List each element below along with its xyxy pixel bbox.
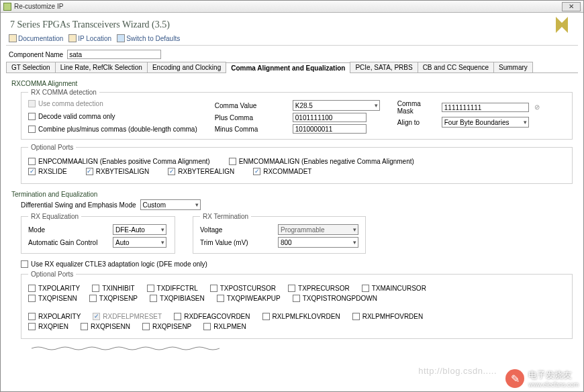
rxpolarity-checkbox[interactable]: RXPOLARITY <box>28 313 81 320</box>
tab-line-rate[interactable]: Line Rate, RefClk Selection <box>55 62 148 72</box>
titlebar: Re-customize IP ✕ <box>1 1 583 13</box>
rxqpisenp-checkbox[interactable]: RXQPISENP <box>142 323 191 330</box>
optional-ports-comma-legend: Optional Ports <box>28 144 76 151</box>
doc-icon <box>9 34 17 42</box>
optional-ports-termeq-legend: Optional Ports <box>28 271 76 278</box>
plus-comma-label: Plus Comma <box>215 114 289 121</box>
component-name-input[interactable] <box>67 50 161 59</box>
brand-sub: www.elecfans.com <box>528 381 579 388</box>
tab-summary[interactable]: Summary <box>493 62 533 72</box>
window-title: Re-customize IP <box>14 3 562 10</box>
rx-equalization-fieldset: RX Equalization Mode DFE-Auto Automatic … <box>21 213 175 254</box>
trim-label: Trim Value (mV) <box>200 239 274 246</box>
txqpisenn-checkbox[interactable]: TXQPISENN <box>28 295 77 302</box>
tab-cb-cc[interactable]: CB and CC Sequence <box>418 62 494 72</box>
termeq-group-title: Termination and Equalization <box>11 191 573 198</box>
rx-comma-detection-legend: RX COMMA detection <box>28 89 99 96</box>
comma-value-select[interactable]: K28.5 <box>293 100 380 111</box>
voltage-label: Voltage <box>200 226 274 234</box>
txqpibiasen-checkbox[interactable]: TXQPIBIASEN <box>150 295 205 302</box>
ip-location-label: IP Location <box>78 35 111 42</box>
align-to-select[interactable]: Four Byte Boundaries <box>442 117 529 128</box>
tab-comma-alignment[interactable]: Comma Alignment and Equalization <box>226 62 350 73</box>
rxcomma-group-title: RXCOMMA Alignment <box>11 80 573 87</box>
optional-ports-comma-fieldset: Optional Ports ENPCOMMAALIGN (Enables po… <box>21 144 573 184</box>
enmcommaalign-checkbox[interactable]: ENMCOMMAALIGN (Enables negative Comma Al… <box>229 158 414 165</box>
txdiffctrl-checkbox[interactable]: TXDIFFCTRL <box>147 285 198 292</box>
mode-select[interactable]: DFE-Auto <box>113 224 166 235</box>
comma-value-label: Comma Value <box>215 102 289 109</box>
tx-ports-row1: TXPOLARITY TXINHIBIT TXDIFFCTRL TXPOSTCU… <box>28 285 565 292</box>
rx-ports-row1: RXPOLARITY RXDFELPMRESET RXDFEAGCOVRDEN … <box>28 313 565 320</box>
txpolarity-checkbox[interactable]: TXPOLARITY <box>28 285 80 292</box>
documentation-label: Documentation <box>18 35 63 42</box>
clear-icon[interactable]: ⊘ <box>534 103 540 111</box>
rx-termination-fieldset: RX Termination Voltage Programmable Trim… <box>193 213 366 254</box>
rx-ports-row2: RXQPIEN RXQPISENN RXQPISENP RXLPMEN <box>28 323 565 330</box>
folder-icon <box>68 34 77 42</box>
divider <box>6 45 578 46</box>
window-icon <box>3 3 11 11</box>
tab-encoding[interactable]: Encoding and Clocking <box>147 62 226 72</box>
toolbar: Documentation IP Location Switch to Defa… <box>1 33 583 44</box>
txmaincursor-checkbox[interactable]: TXMAINCURSOR <box>362 285 426 292</box>
component-name-label: Component Name <box>9 51 63 58</box>
switch-defaults-link[interactable]: Switch to Defaults <box>117 34 180 42</box>
combine-label: Combine plus/minus commas (double-length… <box>38 126 197 133</box>
align-to-label: Align to <box>397 119 438 126</box>
ip-location-link[interactable]: IP Location <box>68 34 111 42</box>
optional-ports-termeq-fieldset: Optional Ports TXPOLARITY TXINHIBIT TXDI… <box>21 271 573 339</box>
svg-marker-0 <box>556 17 568 33</box>
rxbyteisalign-checkbox[interactable]: RXBYTEISALIGN <box>86 168 149 175</box>
rxbyterealign-checkbox[interactable]: RXBYTEREALIGN <box>168 168 234 175</box>
txinhibit-checkbox[interactable]: TXINHIBIT <box>92 285 134 292</box>
rx-comma-detection-fieldset: RX COMMA detection Use comma detection D… <box>21 89 573 140</box>
txprecursor-checkbox[interactable]: TXPRECURSOR <box>288 285 350 292</box>
mode-label: Mode <box>28 226 109 234</box>
minus-comma-label: Minus Comma <box>215 126 289 133</box>
voltage-select[interactable]: Programmable <box>278 224 358 235</box>
trim-select[interactable]: 800 <box>278 237 358 248</box>
rxlpmhfovrden-checkbox[interactable]: RXLPMHFOVRDEN <box>352 313 424 320</box>
xilinx-logo-icon <box>552 15 572 35</box>
switch-defaults-label: Switch to Defaults <box>126 35 180 42</box>
brand-watermark: ✎ 电子发烧友 www.elecfans.com <box>505 369 579 388</box>
use-comma-detection-checkbox[interactable]: Use comma detection <box>28 100 197 107</box>
comma-mask-label: Comma Mask <box>397 100 438 115</box>
tab-gt-selection[interactable]: GT Selection <box>6 62 56 72</box>
url-watermark: http://blog.csdn..... <box>418 366 497 376</box>
txqpisenp-checkbox[interactable]: TXQPISENP <box>89 295 138 302</box>
component-name-row: Component Name <box>1 47 583 62</box>
tabs: GT Selection Line Rate, RefClk Selection… <box>6 62 578 73</box>
header: 7 Series FPGAs Transceivers Wizard (3.5) <box>1 13 583 33</box>
plus-comma-input[interactable] <box>293 113 367 122</box>
comma-mask-input[interactable] <box>442 103 529 112</box>
content: RXCOMMA Alignment RX COMMA detection Use… <box>1 73 583 391</box>
rxslide-checkbox[interactable]: RXSLIDE <box>28 168 67 175</box>
rxqpisenn-checkbox[interactable]: RXQPISENN <box>81 323 130 330</box>
ctle3-checkbox[interactable]: Use RX equalizer CTLE3 adaptation logic … <box>21 260 573 268</box>
documentation-link[interactable]: Documentation <box>9 34 63 42</box>
rxlpmen-checkbox[interactable]: RXLPMEN <box>203 323 246 330</box>
tab-pcie-sata[interactable]: PCIe, SATA, PRBS <box>350 62 418 72</box>
swing-mode-select[interactable]: Custom <box>140 199 201 210</box>
rxdfeagcovrden-checkbox[interactable]: RXDFEAGCOVRDEN <box>174 313 250 320</box>
rxdfelpmreset-checkbox[interactable]: RXDFELPMRESET <box>93 313 162 320</box>
agc-select[interactable]: Auto <box>113 237 166 248</box>
combine-commas-checkbox[interactable]: Combine plus/minus commas (double-length… <box>28 126 197 133</box>
rxqpien-checkbox[interactable]: RXQPIEN <box>28 323 68 330</box>
minus-comma-input[interactable] <box>293 124 367 134</box>
decode-valid-comma-checkbox[interactable]: Decode valid comma only <box>28 113 197 120</box>
use-comma-label: Use comma detection <box>38 100 103 107</box>
swing-mode-label: Differential Swing and Emphasis Mode <box>21 201 136 209</box>
squiggle-decor <box>32 346 220 351</box>
txqpiweakpup-checkbox[interactable]: TXQPIWEAKPUP <box>217 295 281 302</box>
txqpistrongpdown-checkbox[interactable]: TXQPISTRONGPDOWN <box>293 295 377 302</box>
close-button[interactable]: ✕ <box>562 2 581 11</box>
agc-label: Automatic Gain Control <box>28 239 109 246</box>
enpcommaalign-checkbox[interactable]: ENPCOMMAALIGN (Enables positive Comma Al… <box>28 158 210 165</box>
txpostcursor-checkbox[interactable]: TXPOSTCURSOR <box>210 285 276 292</box>
wizard-title: 7 Series FPGAs Transceivers Wizard (3.5) <box>10 19 574 30</box>
rxlpmlfklovrden-checkbox[interactable]: RXLPMLFKLOVRDEN <box>262 313 340 320</box>
rxcommadet-checkbox[interactable]: RXCOMMADET <box>253 168 311 175</box>
